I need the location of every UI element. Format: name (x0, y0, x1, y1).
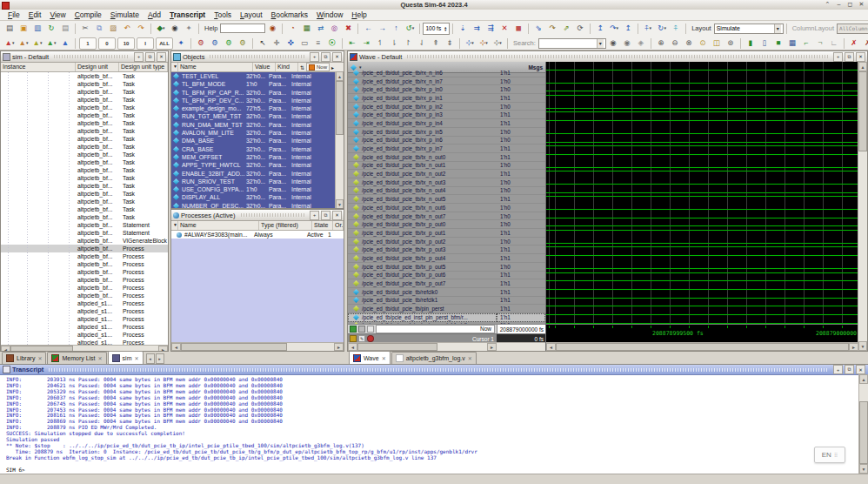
maximize-button[interactable]: ◻ (846, 1, 854, 8)
wave-vscrollbar[interactable]: ▲ ▼ (858, 62, 867, 351)
splitter-mid[interactable] (344, 50, 347, 352)
menu-layout[interactable]: Layout (236, 10, 267, 20)
tab-memory-list[interactable]: Memory List✕ (47, 352, 106, 364)
objects-col-2[interactable]: Kind (276, 63, 298, 71)
zoom-in-icon[interactable]: ⊕ (654, 37, 668, 50)
scroll-down-icon[interactable]: ▼ (858, 341, 867, 351)
show-values-pane-icon[interactable]: ▯ (758, 37, 771, 50)
dataflow-icon[interactable]: ⇄ (313, 22, 327, 36)
processes-col-0[interactable]: Name (178, 221, 259, 230)
delete-cursor-icon[interactable] (367, 335, 374, 342)
step-out-icon[interactable]: ⇗ (559, 22, 573, 36)
menu-edit[interactable]: Edit (24, 10, 46, 20)
sim-tree-row[interactable]: altpcietb_bf...Task (1, 205, 168, 213)
waveform-hscrollbar[interactable]: ◄ ► (546, 342, 858, 351)
wave-signal-row[interactable]: /pcie_ed_tb/dut_pcie_tb/rx_p_in7 (348, 145, 497, 153)
objects-list[interactable]: TEST_LEVEL32'h0...Para...InternalTL_BFM_… (171, 72, 344, 209)
sim-panel-header[interactable]: sim - Default + ⧉ ✕ (1, 51, 168, 63)
objects-row[interactable]: TEST_LEVEL32'h0...Para...Internal (171, 72, 344, 80)
help-search-input[interactable] (220, 24, 265, 33)
sim-col-0[interactable]: Instance (1, 63, 76, 71)
menu-compile[interactable]: Compile (70, 10, 106, 20)
wave-signal-row[interactable]: /pcie_ed_tb/dut_pcie_tb/rx_p_in0 (348, 85, 497, 94)
objects-panel-close-button[interactable]: ✕ (332, 52, 342, 62)
wave-signal-row[interactable]: /pcie_ed_tb/dut_pcie_tb/tx_n_out5 (348, 195, 497, 204)
add-wave-yellow-icon[interactable]: ▲▾ (30, 37, 44, 50)
add-wave-orange-icon[interactable]: ▲▾ (17, 37, 30, 50)
wave-panel-undock-button[interactable]: ⧉ (845, 52, 854, 62)
scroll-right-icon[interactable]: ► (334, 343, 344, 351)
menu-file[interactable]: File (3, 10, 24, 20)
processes-col-1[interactable]: Type (filtered) (259, 221, 312, 230)
input-language-badge[interactable]: EN ⠿ (814, 447, 845, 463)
wave-signal-row[interactable]: /pcie_ed_tb/dut_pcie_tb/tx_p_out0 (348, 220, 497, 229)
delete-icon[interactable]: ✖ (341, 22, 355, 36)
clip-icon[interactable]: ▭ (297, 37, 311, 50)
search-down-icon[interactable]: ◉ (606, 37, 620, 50)
wave-signal-row[interactable]: /pcie_ed_tb/dut_pcie_tb/tx_n_out4 (348, 187, 497, 196)
wave-signal-row[interactable]: /pcie_ed_tb/dut_pcie_tb/tx_p_out3 (348, 245, 497, 254)
add-to-wave-menu-icon[interactable]: ↷▾ (607, 22, 621, 36)
sim-tree-row[interactable]: altpcied_s1...Process (1, 315, 168, 323)
objects-col-0[interactable]: Name (178, 63, 253, 71)
processes-panel-undock-button[interactable]: ⧉ (321, 211, 331, 220)
add-selected-to-wave-icon[interactable]: ↥ (593, 22, 607, 36)
edit-cursor-icon[interactable]: ✎ (358, 335, 365, 342)
zoom-mode-icon[interactable]: ⊚ (724, 37, 738, 50)
layout-select[interactable]: Simulate▾ (714, 24, 784, 34)
transcript-log[interactable]: INFO: 203913 ns Passed: 0004 same bytes … (0, 374, 859, 474)
add-wave-blue-icon[interactable]: ▲ (58, 37, 72, 50)
sim-tree-row[interactable]: altpcietb_bf...Task (1, 143, 168, 151)
objects-row[interactable]: TL_BFM_MODE1'h0Para...Internal (171, 80, 344, 88)
zoom-out-icon[interactable]: ⊖ (668, 37, 682, 50)
transcript-undock-button[interactable]: ⧉ (845, 365, 854, 374)
wave-signal-row[interactable]: /pcie_ed_tb/pcie_ed_inst_pin_perst_bfm/r… (348, 313, 497, 322)
sim-tree-row[interactable]: altpcietb_bf...Task (1, 166, 168, 174)
wave-signal-row[interactable]: /pcie_ed_tb/dut_pcie_tb/refclk1 (348, 297, 497, 306)
sim-tree-row[interactable]: altpcietb_bf...Task (1, 96, 168, 104)
scroll-left-icon[interactable]: ◄ (1, 346, 10, 352)
processes-list[interactable]: #ALWAYS#3083(main...AlwaysActive1 (171, 231, 344, 239)
edge-prev-any-icon[interactable]: ⇞ (429, 37, 443, 50)
gear-green-icon[interactable]: ⚙ (222, 37, 236, 50)
sim-tree-row[interactable]: altpcietb_bf...Task (1, 88, 168, 96)
scroll-down-icon[interactable]: ▼ (336, 199, 344, 209)
add-all-menu-icon[interactable]: ↻▾ (655, 22, 669, 36)
save-icon[interactable]: ▥ (30, 22, 44, 36)
gear-red-icon[interactable]: ⚙ (194, 37, 208, 50)
break-icon[interactable]: ✕ (497, 22, 511, 36)
show-names-pane-icon[interactable]: ▮ (744, 37, 758, 50)
lanes-icon[interactable]: ≡ (311, 37, 325, 50)
objects-now-button[interactable]: Now (306, 63, 330, 71)
lock-cursor-icon[interactable]: ⊹▾ (491, 37, 504, 50)
sim-tree-row[interactable]: altpcietb_bf...Task (1, 174, 168, 182)
scroll-up-icon[interactable]: ▲ (858, 62, 867, 71)
shade-button[interactable]: ⌃ (824, 1, 831, 8)
sim-tree-row[interactable]: altpcietb_bf...Task (1, 104, 168, 111)
wave-signal-row[interactable]: /pcie_ed_tb/dut_pcie_tb/rx_p_in6 (348, 137, 497, 145)
pan-mode-icon[interactable]: ✛ (270, 37, 284, 50)
edge-prev-fall-icon[interactable]: ↾ (401, 37, 415, 50)
processes-panel-header[interactable]: Processes (Active) + ⧉ ✕ (171, 210, 344, 221)
find-icon[interactable]: ◉ (168, 22, 182, 36)
help-find-icon[interactable]: ◉ (265, 22, 279, 36)
wave-signal-row[interactable]: /pcie_ed_tb/dut_pcie_tb/rx_p_in2 (348, 103, 497, 111)
objects-row[interactable]: DISPLAY_ALL32'h0...Para...Internal (171, 193, 344, 201)
sim-tree-row[interactable]: altpcietb_bf...Task (1, 127, 168, 135)
objects-row[interactable]: TL_BFM_RP_CAP_R...32'h0...Para...Interna… (171, 89, 344, 97)
radix-decimal-button[interactable]: 10 (117, 37, 135, 50)
chevron-down-icon[interactable]: ▾ (597, 39, 604, 48)
transcript-vscrollbar[interactable]: ▲ ▼ (858, 374, 868, 474)
wave-signal-row[interactable]: /pcie_ed_tb/dut_pcie_tb/tx_p_out1 (348, 229, 497, 238)
sim-tree-row[interactable]: altpcietb_bf...Task (1, 80, 168, 88)
show-all-panes-icon[interactable]: ▦ (785, 37, 799, 50)
sim-panel-undock-button[interactable]: ⧉ (145, 52, 155, 62)
sim-tree-row[interactable]: altpcietb_bf...Statement (1, 221, 168, 229)
sim-tree-row[interactable]: altpcietb_bf...Process (1, 252, 168, 260)
add-all-to-wave-icon[interactable]: ⍏▾ (641, 22, 655, 36)
minimize-button[interactable]: ‒ (835, 1, 843, 8)
scroll-left-icon[interactable]: ◄ (348, 343, 357, 351)
transcript-grip[interactable] (49, 368, 828, 372)
waveform-hscroll-thumb[interactable] (556, 343, 849, 351)
sim-panel-add-button[interactable]: + (134, 52, 144, 62)
